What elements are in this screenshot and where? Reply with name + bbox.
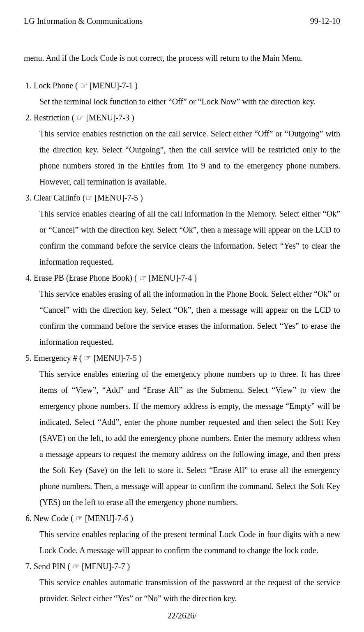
item-title: Send PIN — [34, 562, 65, 571]
item-menu: [MENU]-7-6 — [85, 514, 129, 523]
list-item: 1. Lock Phone ( ☞ [MENU]-7-1 ) Set the t… — [25, 78, 340, 110]
item-menu: [MENU]-7-1 — [90, 81, 133, 90]
page-footer: 22/2626/ — [0, 608, 364, 624]
item-number: 6. — [25, 514, 32, 523]
item-body: This service enables erasing of all the … — [25, 286, 340, 350]
item-body: This service enables automatic transmiss… — [25, 574, 340, 607]
item-title: Lock Phone — [34, 81, 73, 90]
item-body: Set the terminal lock function to either… — [25, 94, 340, 110]
item-menu: [MENU]-7-3 — [86, 113, 129, 122]
item-number: 5. — [25, 353, 32, 362]
item-number: 4. — [25, 273, 32, 282]
item-title: Clear Callinfo — [34, 193, 81, 202]
item-number: 7. — [25, 562, 32, 571]
item-body: This service enables clearing of all the… — [25, 206, 340, 270]
item-menu: [MENU]-7-7 — [82, 562, 125, 571]
items-list: 1. Lock Phone ( ☞ [MENU]-7-1 ) Set the t… — [24, 78, 340, 607]
item-heading: 3. Clear Callinfo (☞ [MENU]-7-5 ) — [25, 190, 340, 206]
item-heading: 4. Erase PB (Erase Phone Book) ( ☞ [MENU… — [25, 270, 340, 286]
header-right: 99-12-10 — [310, 16, 340, 26]
list-item: 5. Emergency # ( ☞ [MENU]-7-5 ) This ser… — [25, 350, 340, 510]
pointer-icon: ☞ — [80, 81, 88, 90]
pointer-icon: ☞ — [76, 113, 84, 122]
list-item: 3. Clear Callinfo (☞ [MENU]-7-5 ) This s… — [25, 190, 340, 270]
item-menu: [MENU]-7-5 — [95, 193, 138, 202]
pointer-icon: ☞ — [85, 193, 93, 202]
item-body: This service enables entering of the eme… — [25, 366, 340, 510]
list-item: 4. Erase PB (Erase Phone Book) ( ☞ [MENU… — [25, 270, 340, 350]
page-header: LG Information & Communications 99-12-10 — [24, 16, 340, 26]
intro-paragraph: menu. And if the Lock Code is not correc… — [24, 50, 340, 66]
item-heading: 6. New Code ( ☞ [MENU]-7-6 ) — [25, 510, 340, 526]
pointer-icon: ☞ — [76, 514, 83, 523]
item-title: Emergency # — [34, 353, 77, 362]
item-number: 3. — [25, 193, 32, 202]
list-item: 7. Send PIN ( ☞ [MENU]-7-7 ) This servic… — [25, 558, 340, 607]
item-heading: 1. Lock Phone ( ☞ [MENU]-7-1 ) — [25, 78, 340, 94]
item-title: Restriction — [34, 113, 70, 122]
pointer-icon: ☞ — [72, 562, 80, 571]
item-number: 2. — [25, 113, 32, 122]
header-left: LG Information & Communications — [24, 16, 143, 26]
item-number: 1. — [25, 81, 32, 90]
item-heading: 7. Send PIN ( ☞ [MENU]-7-7 ) — [25, 558, 340, 574]
item-heading: 2. Restriction ( ☞ [MENU]-7-3 ) — [25, 110, 340, 126]
item-title: Erase PB (Erase Phone Book) — [34, 273, 132, 282]
item-heading: 5. Emergency # ( ☞ [MENU]-7-5 ) — [25, 350, 340, 366]
list-item: 2. Restriction ( ☞ [MENU]-7-3 ) This ser… — [25, 110, 340, 190]
item-menu: [MENU]-7-4 — [149, 273, 192, 282]
list-item: 6. New Code ( ☞ [MENU]-7-6 ) This servic… — [25, 510, 340, 558]
pointer-icon: ☞ — [84, 353, 91, 362]
item-body: This service enables replacing of the pr… — [25, 526, 340, 558]
item-menu: [MENU]-7-5 — [93, 353, 137, 362]
pointer-icon: ☞ — [139, 273, 147, 282]
item-body: This service enables restriction on the … — [25, 126, 340, 190]
item-title: New Code — [34, 514, 69, 523]
